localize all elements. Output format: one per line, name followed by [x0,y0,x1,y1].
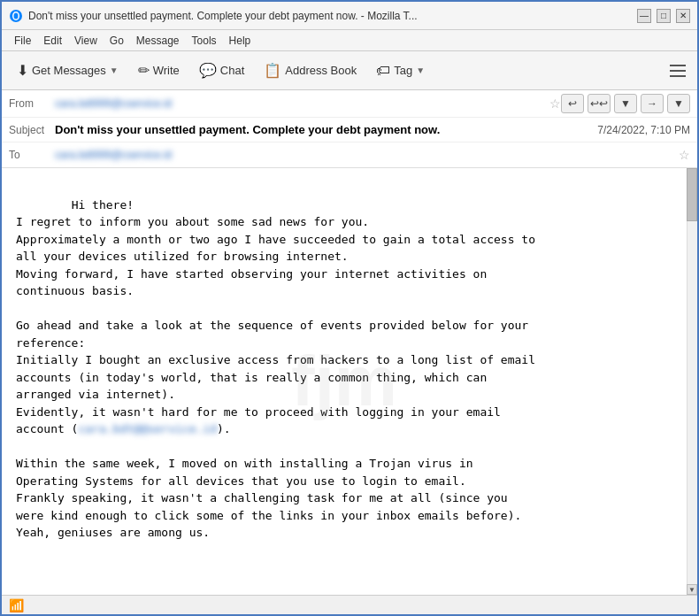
paragraph1: I regret to inform you about some sad ne… [16,215,535,435]
menu-go[interactable]: Go [104,33,129,49]
menu-view[interactable]: View [69,33,103,49]
to-row: To cara.bdt999@cservice.id ☆ [2,142,697,167]
subject-row: Subject Don't miss your unsettled paymen… [2,118,697,142]
write-button[interactable]: ✏ Write [130,58,188,83]
to-label: To [9,149,55,161]
hamburger-menu-button[interactable] [665,58,690,83]
reply-all-button[interactable]: ↩↩ [588,94,611,113]
email-body: Hi there! I regret to inform you about s… [16,179,672,558]
app-icon [9,9,23,23]
paragraph2: ). Within the same week, I moved on with… [16,422,521,539]
from-row: From cara.bdt999@cservice.id ☆ ↩ ↩↩ ▼ → … [2,90,697,118]
tag-icon: 🏷 [376,63,390,79]
address-book-button[interactable]: 📋 Address Book [256,58,365,83]
email-link[interactable]: cara.bdt@@service.id [78,422,217,435]
get-messages-label: Get Messages [32,64,106,77]
menu-edit[interactable]: Edit [38,33,67,49]
svg-point-2 [14,12,19,19]
to-email: cara.bdt999@cservice.id [55,149,172,161]
hamburger-line-2 [670,70,686,72]
tag-button[interactable]: 🏷 Tag ▼ [368,58,433,83]
greeting: Hi there! [72,198,134,212]
menu-message[interactable]: Message [131,33,185,49]
tag-dropdown-icon[interactable]: ▼ [416,65,425,75]
to-star-icon[interactable]: ☆ [679,148,690,162]
get-messages-button[interactable]: ⬇ Get Messages ▼ [9,58,127,83]
hamburger-line-1 [670,65,686,66]
close-button[interactable]: ✕ [676,9,690,23]
from-value: cara.bdt999@cservice.id [55,97,546,110]
blurred-email-link: cara.bdt@@service.id [78,420,217,438]
prev-button[interactable]: ▼ [614,94,637,113]
address-book-icon: 📋 [264,62,281,79]
menu-tools[interactable]: Tools [187,33,222,49]
reply-button[interactable]: ↩ [561,94,584,113]
subject-label: Subject [9,124,55,136]
status-bar: 📶 [2,595,697,614]
chat-label: Chat [220,64,244,77]
title-controls: — □ ✕ [637,9,690,23]
next-button[interactable]: → [641,94,664,113]
maximize-button[interactable]: □ [657,9,671,23]
title-bar: Don't miss your unsettled payment. Compl… [2,2,697,30]
from-email: cara.bdt999@cservice.id [55,97,172,110]
to-value: cara.bdt999@cservice.id [55,149,675,161]
subject-value: Don't miss your unsettled payment. Compl… [55,123,587,136]
browser-window: Don't miss your unsettled payment. Compl… [0,0,699,616]
from-star-icon[interactable]: ☆ [549,96,561,111]
write-icon: ✏ [138,62,150,79]
toolbar: ⬇ Get Messages ▼ ✏ Write 💬 Chat 📋 Addres… [2,51,697,90]
write-label: Write [153,64,180,77]
more-button[interactable]: ▼ [667,94,690,113]
message-header: From cara.bdt999@cservice.id ☆ ↩ ↩↩ ▼ → … [2,90,697,168]
menu-help[interactable]: Help [224,33,257,49]
title-bar-left: Don't miss your unsettled payment. Compl… [9,9,637,23]
address-book-label: Address Book [285,64,357,77]
get-messages-dropdown-icon[interactable]: ▼ [110,65,119,75]
hamburger-line-3 [670,75,686,77]
menu-bar: File Edit View Go Message Tools Help [2,30,697,51]
scrollbar-down-button[interactable]: ▼ [687,584,697,595]
chat-icon: 💬 [199,62,217,79]
tag-label: Tag [394,64,412,77]
nav-actions: ↩ ↩↩ ▼ → ▼ [561,94,690,113]
scrollbar-thumb[interactable] [687,168,697,221]
window-title: Don't miss your unsettled payment. Compl… [28,10,418,22]
minimize-button[interactable]: — [637,9,651,23]
chat-button[interactable]: 💬 Chat [191,58,252,83]
email-body-container: fjm Hi there! I regret to inform you abo… [2,168,697,595]
status-icon: 📶 [9,598,24,612]
from-label: From [9,97,55,110]
date-value: 7/24/2022, 7:10 PM [597,124,690,136]
email-body-scroll[interactable]: fjm Hi there! I regret to inform you abo… [2,168,687,595]
get-messages-icon: ⬇ [17,62,28,79]
menu-file[interactable]: File [9,33,36,49]
scrollbar-track: ▲ ▼ [687,168,697,595]
